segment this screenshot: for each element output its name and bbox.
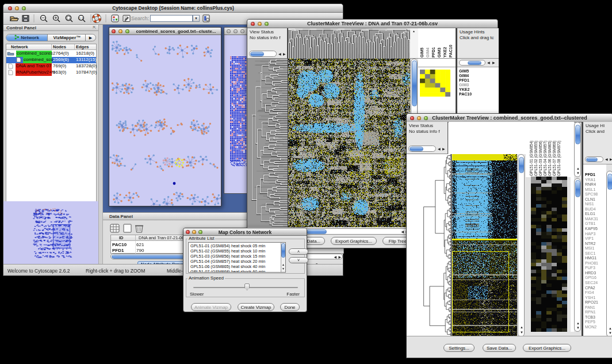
svg-text:1:1: 1:1 [79,17,83,20]
